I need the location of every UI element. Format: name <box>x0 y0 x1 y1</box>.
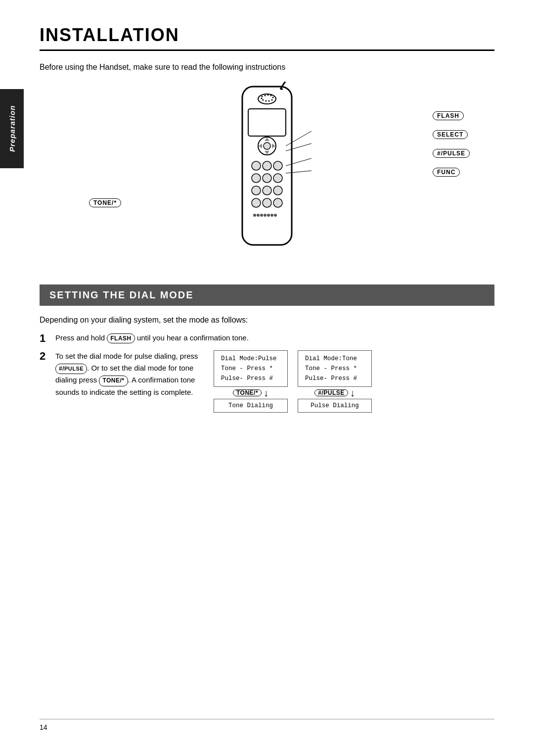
svg-line-43 <box>286 171 312 173</box>
svg-point-39 <box>274 214 277 217</box>
diagram-area: FLASH SELECT #/PULSE FUNC TONE/* <box>40 82 494 270</box>
svg-point-11 <box>261 98 263 99</box>
func-badge: FUNC <box>433 168 460 177</box>
svg-point-32 <box>273 198 282 207</box>
select-label: SELECT <box>433 130 470 139</box>
hash-pulse-label: #/PULSE <box>433 149 470 158</box>
page: Preparation INSTALLATION Before using th… <box>0 0 534 756</box>
depending-text: Depending on your dialing system, set th… <box>40 316 494 325</box>
tone-star-inline: TONE/* <box>99 376 128 386</box>
svg-point-28 <box>263 186 271 195</box>
dial-mode-pulse-box: Dial Mode:Pulse Tone - Press * Pulse- Pr… <box>214 350 288 387</box>
svg-point-8 <box>268 100 270 102</box>
select-badge: SELECT <box>433 130 468 139</box>
svg-line-42 <box>286 158 312 166</box>
tone-dialing-result: Tone Dialing <box>214 399 288 413</box>
step1-text: Press and hold FLASH until you hear a co… <box>55 332 249 344</box>
svg-point-7 <box>271 99 273 101</box>
pulse-dialing-result: Pulse Dialing <box>298 399 372 413</box>
svg-point-5 <box>270 95 272 96</box>
svg-point-4 <box>267 94 269 96</box>
svg-point-35 <box>260 214 263 217</box>
svg-line-40 <box>286 131 312 146</box>
tone-star-arrow-badge: TONE/* <box>233 389 262 396</box>
dial-diagram-right: Dial Mode:Tone Tone - Press * Pulse- Pre… <box>298 350 372 413</box>
flash-badge: FLASH <box>433 111 464 120</box>
step1-number: 1 <box>40 332 51 344</box>
page-number: 14 <box>40 723 47 731</box>
svg-point-37 <box>267 214 270 217</box>
hash-pulse-arrow-badge: #/PULSE <box>314 389 348 396</box>
step2-diagrams: Dial Mode:Pulse Tone - Press * Pulse- Pr… <box>214 350 372 413</box>
svg-point-23 <box>273 161 282 170</box>
svg-point-10 <box>263 99 264 101</box>
svg-line-41 <box>286 143 312 151</box>
step-1: 1 Press and hold FLASH until you hear a … <box>40 332 494 344</box>
svg-point-25 <box>263 174 271 183</box>
svg-marker-18 <box>265 151 269 154</box>
svg-point-6 <box>272 97 274 98</box>
page-title: INSTALLATION <box>40 25 494 51</box>
sidebar-tab: Preparation <box>0 89 24 168</box>
svg-point-24 <box>252 174 261 183</box>
page-footer: 14 <box>40 719 494 731</box>
hash-pulse-inline: #/PULSE <box>55 364 87 374</box>
hash-pulse-badge: #/PULSE <box>433 149 470 158</box>
dial-left-arrow: TONE/* ↓ <box>233 388 268 398</box>
step1-badge: FLASH <box>107 333 135 343</box>
svg-point-34 <box>257 214 260 217</box>
svg-point-16 <box>264 142 270 149</box>
flash-label: FLASH <box>433 111 470 120</box>
svg-point-21 <box>252 161 261 170</box>
svg-marker-20 <box>272 143 275 148</box>
svg-point-22 <box>263 161 271 170</box>
dial-right-arrow: #/PULSE ↓ <box>314 388 355 398</box>
dial-diagram-left: Dial Mode:Pulse Tone - Press * Pulse- Pr… <box>214 350 288 413</box>
svg-point-30 <box>252 198 261 207</box>
svg-point-2 <box>262 96 263 97</box>
section-banner: SETTING THE DIAL MODE <box>40 284 494 306</box>
step2-number: 2 <box>40 350 51 362</box>
step2-container: To set the dial mode for pulse dialing, … <box>55 350 372 413</box>
svg-point-36 <box>264 214 267 217</box>
svg-point-31 <box>263 198 271 207</box>
step2-description: To set the dial mode for pulse dialing, … <box>55 350 204 398</box>
svg-point-27 <box>252 186 261 195</box>
intro-text: Before using the Handset, make sure to r… <box>40 63 494 72</box>
handset-diagram <box>213 82 321 265</box>
step-2: 2 To set the dial mode for pulse dialing… <box>40 350 494 413</box>
svg-point-33 <box>253 214 256 217</box>
svg-marker-19 <box>259 143 262 148</box>
svg-point-26 <box>273 174 282 183</box>
svg-point-1 <box>258 94 276 104</box>
func-label: FUNC <box>433 168 470 177</box>
svg-marker-17 <box>265 138 269 141</box>
svg-point-38 <box>270 214 273 217</box>
svg-point-9 <box>266 100 267 102</box>
svg-point-3 <box>265 95 266 96</box>
tone-label: TONE/* <box>89 199 121 206</box>
dial-mode-tone-box: Dial Mode:Tone Tone - Press * Pulse- Pre… <box>298 350 372 387</box>
svg-rect-14 <box>248 109 286 136</box>
tone-badge: TONE/* <box>89 198 121 207</box>
svg-point-29 <box>273 186 282 195</box>
